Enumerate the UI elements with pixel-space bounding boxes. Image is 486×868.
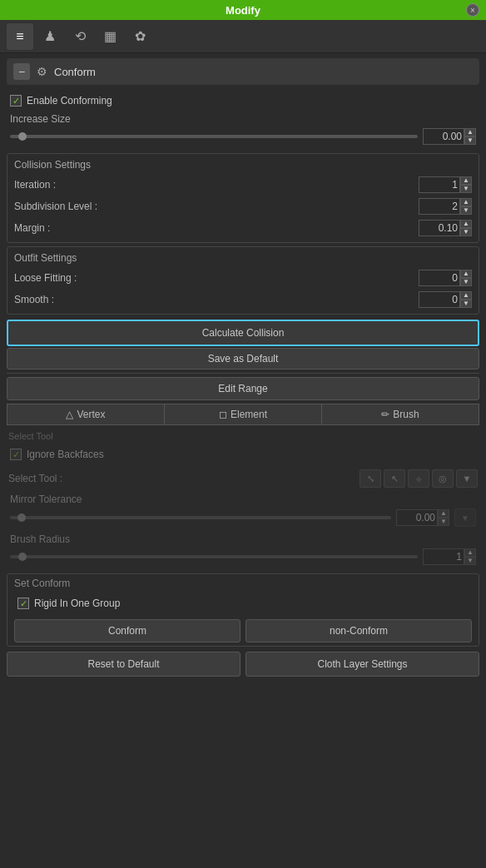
increase-size-down[interactable]: ▼ <box>464 136 476 145</box>
iteration-input[interactable] <box>419 176 460 193</box>
tab-extra[interactable]: ✿ <box>126 23 153 50</box>
bottom-buttons-row: Reset to Default Cloth Layer Settings <box>7 652 479 677</box>
margin-arrows: ▲ ▼ <box>460 220 472 236</box>
increase-size-label: Increase Size <box>10 113 476 125</box>
select-tool-btn-2[interactable]: ↖ <box>384 469 405 488</box>
brush-radius-up[interactable]: ▲ <box>464 548 476 557</box>
brush-radius-thumb[interactable] <box>18 553 27 561</box>
loose-fitting-down[interactable]: ▼ <box>460 278 472 286</box>
tab-parameters[interactable]: ≡ <box>7 23 33 50</box>
brush-radius-input[interactable] <box>423 548 464 565</box>
brush-radius-row: Brush Radius ▲ ▼ <box>7 532 479 570</box>
mirror-tolerance-up[interactable]: ▲ <box>438 509 449 518</box>
mirror-tolerance-extra-btn[interactable]: ▼ <box>454 508 476 527</box>
reset-to-default-button[interactable]: Reset to Default <box>7 652 241 677</box>
subdivision-row: Subdivision Level : ▲ ▼ <box>7 196 479 217</box>
brush-radius-track[interactable] <box>10 555 418 558</box>
tab-pose[interactable]: ♟ <box>37 23 63 50</box>
subdivision-label: Subdivision Level : <box>14 201 97 212</box>
loose-fitting-up[interactable]: ▲ <box>460 270 472 278</box>
edit-range-button[interactable]: Edit Range <box>7 377 479 400</box>
tab-vertex[interactable]: △ Vertex <box>7 404 164 425</box>
select-tool-btn-3[interactable]: ⟐ <box>408 469 429 488</box>
brush-radius-label: Brush Radius <box>10 533 476 545</box>
rigid-in-one-group-checkbox[interactable] <box>17 598 29 609</box>
main-content: Enable Conforming Increase Size ▲ ▼ Coll… <box>0 90 486 683</box>
loose-fitting-spinbox: ▲ ▼ <box>419 270 472 286</box>
margin-spinbox: ▲ ▼ <box>419 220 472 236</box>
smooth-row: Smooth : ▲ ▼ <box>7 289 479 310</box>
subdivision-spinbox: ▲ ▼ <box>419 198 472 215</box>
subdivision-input[interactable] <box>419 198 460 215</box>
mirror-tolerance-spinbox: ▲ ▼ <box>396 509 449 526</box>
window-title: Modify <box>226 4 260 17</box>
ignore-backfaces-checkbox[interactable] <box>10 449 22 460</box>
conform-button[interactable]: Conform <box>14 619 241 642</box>
element-icon: ◻ <box>219 409 227 420</box>
margin-label: Margin : <box>14 222 50 234</box>
mirror-tolerance-label: Mirror Tolerance <box>10 494 476 505</box>
margin-up[interactable]: ▲ <box>460 220 472 228</box>
loose-fitting-label: Loose Fitting : <box>14 272 77 284</box>
tab-bar: ≡ ♟ ⟲ ▦ ✿ <box>0 20 486 53</box>
select-tool-buttons-row: Select Tool : ⤡ ↖ ⟐ ◎ ▼ <box>7 465 479 492</box>
increase-size-input[interactable] <box>423 128 464 145</box>
brush-radius-down[interactable]: ▼ <box>464 557 476 565</box>
subdivision-arrows: ▲ ▼ <box>460 198 472 215</box>
margin-input[interactable] <box>419 220 460 236</box>
rigid-in-one-group-label: Rigid In One Group <box>34 598 120 609</box>
increase-size-track[interactable] <box>10 135 418 138</box>
tab-morph[interactable]: ⟲ <box>67 23 93 50</box>
increase-size-up[interactable]: ▲ <box>464 128 476 136</box>
loose-fitting-row: Loose Fitting : ▲ ▼ <box>7 267 479 289</box>
smooth-label: Smooth : <box>14 294 54 305</box>
iteration-spinbox: ▲ ▼ <box>419 176 472 193</box>
panel-header: − ⚙ Conform <box>7 58 479 85</box>
iteration-arrows: ▲ ▼ <box>460 176 472 193</box>
smooth-down[interactable]: ▼ <box>460 300 472 308</box>
margin-row: Margin : ▲ ▼ <box>7 217 479 239</box>
iteration-down[interactable]: ▼ <box>460 185 472 193</box>
mirror-tolerance-track[interactable] <box>10 516 391 519</box>
conform-buttons-row: Conform non-Conform <box>14 619 472 642</box>
smooth-spinbox: ▲ ▼ <box>419 291 472 308</box>
cloth-layer-settings-button[interactable]: Cloth Layer Settings <box>245 652 479 677</box>
tab-surfaces[interactable]: ▦ <box>97 23 123 50</box>
increase-size-spinbox: ▲ ▼ <box>423 128 476 145</box>
save-as-default-button[interactable]: Save as Default <box>7 348 479 370</box>
ignore-backfaces-row: Ignore Backfaces <box>7 444 479 465</box>
iteration-up[interactable]: ▲ <box>460 176 472 185</box>
margin-down[interactable]: ▼ <box>460 228 472 236</box>
element-label: Element <box>231 409 267 420</box>
panel-collapse-button[interactable]: − <box>13 63 30 80</box>
select-tool-section-label: Select Tool <box>7 429 479 444</box>
set-conform-title: Set Conform <box>14 578 472 589</box>
smooth-up[interactable]: ▲ <box>460 291 472 300</box>
select-tool-label: Select Tool : <box>8 473 62 484</box>
increase-size-thumb[interactable] <box>18 132 27 141</box>
smooth-input[interactable] <box>419 291 460 308</box>
tab-element[interactable]: ◻ Element <box>164 404 321 425</box>
tab-brush[interactable]: ✏ Brush <box>321 404 479 425</box>
loose-fitting-input[interactable] <box>419 270 460 286</box>
outfit-settings-group: Outfit Settings Loose Fitting : ▲ ▼ Smoo… <box>7 246 479 315</box>
iteration-label: Iteration : <box>14 179 56 191</box>
close-button[interactable]: × <box>466 3 479 17</box>
mirror-tolerance-input[interactable] <box>396 509 438 526</box>
select-tool-btn-1[interactable]: ⤡ <box>360 469 381 488</box>
subdivision-down[interactable]: ▼ <box>460 206 472 215</box>
increase-size-row: Increase Size ▲ ▼ <box>7 112 479 150</box>
calculate-collision-button[interactable]: Calculate Collision <box>7 320 479 346</box>
brush-radius-spinbox: ▲ ▼ <box>423 548 476 565</box>
mirror-tolerance-thumb[interactable] <box>17 513 26 522</box>
select-tool-btn-4[interactable]: ◎ <box>432 469 454 488</box>
non-conform-button[interactable]: non-Conform <box>245 619 472 642</box>
mirror-tolerance-arrows: ▲ ▼ <box>438 509 449 526</box>
brush-radius-slider-container: ▲ ▼ <box>10 548 476 565</box>
mirror-tolerance-slider-container: ▲ ▼ ▼ <box>10 508 476 527</box>
select-tool-btn-5[interactable]: ▼ <box>456 469 478 488</box>
loose-fitting-arrows: ▲ ▼ <box>460 270 472 286</box>
subdivision-up[interactable]: ▲ <box>460 198 472 206</box>
enable-conforming-checkbox[interactable] <box>10 95 22 107</box>
mirror-tolerance-down[interactable]: ▼ <box>438 518 449 526</box>
